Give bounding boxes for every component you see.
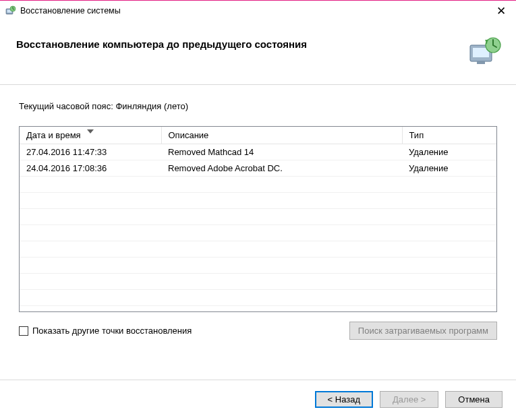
column-header-date[interactable]: Дата и время bbox=[20, 127, 161, 144]
page-heading: Восстановление компьютера до предыдущего… bbox=[16, 38, 459, 50]
show-more-checkbox-row[interactable]: Показать другие точки восстановления bbox=[19, 326, 192, 336]
titlebar: Восстановление системы ✕ bbox=[0, 1, 516, 21]
cancel-button[interactable]: Отмена bbox=[445, 391, 503, 408]
column-header-description-label: Описание bbox=[169, 130, 209, 140]
table-row-empty: . bbox=[20, 258, 496, 274]
system-restore-window: Восстановление системы ✕ Восстановление … bbox=[0, 0, 516, 420]
table-row-empty: . bbox=[20, 274, 496, 290]
cell-type: Удаление bbox=[402, 144, 496, 160]
table-row[interactable]: 27.04.2016 11:47:33 Removed Mathcad 14 У… bbox=[20, 144, 496, 160]
footer: < Назад Далее > Отмена bbox=[0, 380, 516, 420]
table-row-empty: . bbox=[20, 241, 496, 258]
below-table-row: Показать другие точки восстановления Пои… bbox=[19, 322, 497, 340]
table-header-row: Дата и время Описание Тип bbox=[20, 127, 496, 144]
restore-large-icon bbox=[467, 34, 503, 69]
table-row-empty: . bbox=[20, 225, 496, 241]
scan-affected-programs-button[interactable]: Поиск затрагиваемых программ bbox=[349, 322, 497, 340]
window-title: Восстановление системы bbox=[20, 6, 486, 16]
next-button[interactable]: Далее > bbox=[380, 391, 438, 408]
cell-description: Removed Mathcad 14 bbox=[161, 144, 402, 160]
cell-date: 24.04.2016 17:08:36 bbox=[20, 160, 161, 177]
cell-type: Удаление bbox=[402, 160, 496, 177]
close-icon: ✕ bbox=[496, 5, 506, 17]
table-row[interactable]: 24.04.2016 17:08:36 Removed Adobe Acroba… bbox=[20, 160, 496, 177]
column-header-type-label: Тип bbox=[409, 130, 424, 140]
table-row-empty: . bbox=[20, 193, 496, 209]
back-button[interactable]: < Назад bbox=[315, 391, 373, 408]
cell-description: Removed Adobe Acrobat DC. bbox=[161, 160, 402, 177]
table-row-empty: . bbox=[20, 177, 496, 193]
column-header-date-label: Дата и время bbox=[26, 130, 81, 140]
timezone-label: Текущий часовой пояс: Финляндия (лето) bbox=[19, 101, 497, 111]
svg-rect-5 bbox=[477, 61, 485, 64]
restore-points-table[interactable]: Дата и время Описание Тип 27.04.2016 11:… bbox=[19, 126, 497, 312]
close-button[interactable]: ✕ bbox=[486, 1, 516, 21]
body: Текущий часовой пояс: Финляндия (лето) Д… bbox=[0, 85, 516, 380]
sort-descending-icon bbox=[87, 126, 94, 136]
header-band: Восстановление компьютера до предыдущего… bbox=[0, 21, 516, 85]
table-row-empty: . bbox=[20, 209, 496, 225]
system-restore-icon bbox=[5, 5, 16, 16]
column-header-description[interactable]: Описание bbox=[161, 127, 402, 144]
cell-date: 27.04.2016 11:47:33 bbox=[20, 144, 161, 160]
show-more-checkbox-label: Показать другие точки восстановления bbox=[32, 326, 192, 336]
table-row-empty: . bbox=[20, 290, 496, 306]
column-header-type[interactable]: Тип bbox=[402, 127, 496, 144]
show-more-checkbox[interactable] bbox=[19, 326, 28, 336]
